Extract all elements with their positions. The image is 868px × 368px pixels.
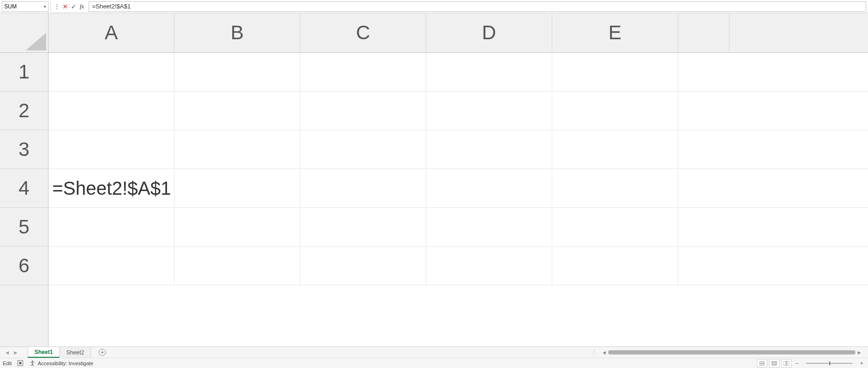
scroll-right-icon[interactable]: ▶ [856, 350, 862, 355]
cell-a5[interactable] [49, 208, 174, 246]
cell-b5[interactable] [174, 208, 300, 246]
cell-b3[interactable] [174, 130, 300, 169]
record-macro-icon [17, 360, 24, 367]
separator [50, 2, 51, 11]
cell-a4-value: =Sheet2!$A$1 [52, 178, 171, 199]
cell-d5[interactable] [426, 208, 552, 246]
cell-b1[interactable] [174, 53, 300, 91]
sheet-tabs-bar: ◀ ▶ Sheet1 Sheet2 + ⋮ ◀ ▶ [0, 347, 868, 358]
view-normal-icon[interactable] [757, 359, 767, 368]
status-bar: Edit Accessibility: Investigate − + [0, 358, 868, 368]
cell-c2[interactable] [300, 92, 426, 130]
fx-icon[interactable]: fx [80, 3, 84, 10]
column-headers: A B C D E [49, 13, 868, 53]
sheet-tab-sheet2[interactable]: Sheet2 [59, 347, 91, 358]
cell-a4[interactable]: =Sheet2!$A$1 [49, 169, 174, 207]
accessibility-status[interactable]: Accessibility: Investigate [29, 360, 93, 367]
cell-e6[interactable] [552, 247, 678, 285]
row-header-5[interactable]: 5 [0, 208, 48, 247]
accessibility-text: Accessibility: Investigate [38, 361, 93, 366]
row-header-6[interactable]: 6 [0, 247, 48, 285]
more-icon[interactable]: ⋮ [53, 2, 61, 11]
zoom-slider-thumb[interactable] [829, 361, 830, 365]
row-3 [49, 130, 868, 169]
view-page-break-icon[interactable] [781, 359, 792, 368]
scroll-options-icon[interactable]: ⋮ [590, 349, 598, 355]
sheet-tab-sheet1[interactable]: Sheet1 [28, 347, 60, 358]
cell-c3[interactable] [300, 130, 426, 169]
chevron-down-icon[interactable]: ▾ [44, 4, 46, 9]
view-page-layout-icon[interactable] [769, 359, 779, 368]
row-4: =Sheet2!$A$1 [49, 169, 868, 208]
tab-navigation: ◀ ▶ [0, 349, 22, 356]
cell-e3[interactable] [552, 130, 678, 169]
cancel-icon[interactable]: ✕ [61, 2, 69, 11]
cell-e4[interactable] [552, 169, 678, 207]
select-all-triangle-icon [26, 33, 46, 50]
cell-a3[interactable] [49, 130, 174, 169]
cell-b2[interactable] [174, 92, 300, 130]
status-right: − + [757, 359, 865, 368]
status-mode: Edit [3, 361, 12, 366]
formula-input[interactable]: =Sheet2!$A$1 [89, 1, 866, 12]
cell-d2[interactable] [426, 92, 552, 130]
macro-recorder[interactable] [17, 360, 24, 367]
tab-next-icon[interactable]: ▶ [12, 349, 19, 356]
cell-a1[interactable] [49, 53, 174, 91]
row-header-3[interactable]: 3 [0, 130, 48, 169]
cell-e5[interactable] [552, 208, 678, 246]
cell-c4[interactable] [300, 169, 426, 207]
name-box[interactable]: SUM ▾ [2, 1, 49, 12]
column-header-next[interactable] [678, 13, 729, 52]
enter-icon[interactable]: ✓ [69, 2, 78, 11]
add-sheet-button[interactable]: + [97, 349, 108, 356]
horizontal-scrollbar[interactable]: ◀ ▶ [601, 350, 862, 355]
row-6 [49, 247, 868, 285]
row-5 [49, 208, 868, 247]
cell-d6[interactable] [426, 247, 552, 285]
cell-e1[interactable] [552, 53, 678, 91]
cell-d1[interactable] [426, 53, 552, 91]
column-header-a[interactable]: A [49, 13, 174, 52]
name-box-value: SUM [4, 3, 44, 10]
cell-a2[interactable] [49, 92, 174, 130]
sheet-tabs: Sheet1 Sheet2 [28, 347, 91, 358]
cell-d3[interactable] [426, 130, 552, 169]
scroll-left-icon[interactable]: ◀ [601, 350, 607, 355]
formula-text: =Sheet2!$A$1 [92, 3, 131, 10]
svg-point-2 [32, 361, 33, 362]
cell-d4[interactable] [426, 169, 552, 207]
cell-b6[interactable] [174, 247, 300, 285]
status-left: Edit Accessibility: Investigate [3, 360, 93, 367]
cell-e2[interactable] [552, 92, 678, 130]
formula-bar: SUM ▾ ⋮ ✕ ✓ fx =Sheet2!$A$1 [0, 0, 868, 13]
cells-area: =Sheet2!$A$1 [49, 53, 868, 347]
cell-c1[interactable] [300, 53, 426, 91]
zoom-slider[interactable] [806, 363, 853, 364]
accessibility-icon [29, 360, 36, 367]
row-header-1[interactable]: 1 [0, 53, 48, 92]
svg-rect-10 [787, 361, 789, 366]
row-header-4[interactable]: 4 [0, 169, 48, 208]
zoom-out-button[interactable]: − [793, 360, 800, 367]
column-header-e[interactable]: E [552, 13, 678, 52]
svg-rect-1 [19, 362, 21, 364]
tab-prev-icon[interactable]: ◀ [4, 349, 10, 356]
row-header-2[interactable]: 2 [0, 92, 48, 130]
column-header-c[interactable]: C [300, 13, 426, 52]
row-2 [49, 92, 868, 130]
svg-rect-8 [773, 362, 776, 364]
plus-icon: + [99, 349, 106, 356]
cell-c5[interactable] [300, 208, 426, 246]
zoom-in-button[interactable]: + [858, 360, 865, 367]
cell-a6[interactable] [49, 247, 174, 285]
column-header-d[interactable]: D [426, 13, 552, 52]
row-1 [49, 53, 868, 92]
column-header-b[interactable]: B [174, 13, 300, 52]
cell-c6[interactable] [300, 247, 426, 285]
svg-rect-9 [784, 361, 786, 366]
cell-b4[interactable] [174, 169, 300, 207]
row-headers: 1 2 3 4 5 6 [0, 53, 49, 347]
select-all-corner[interactable] [0, 13, 49, 53]
scroll-thumb[interactable] [608, 350, 855, 354]
